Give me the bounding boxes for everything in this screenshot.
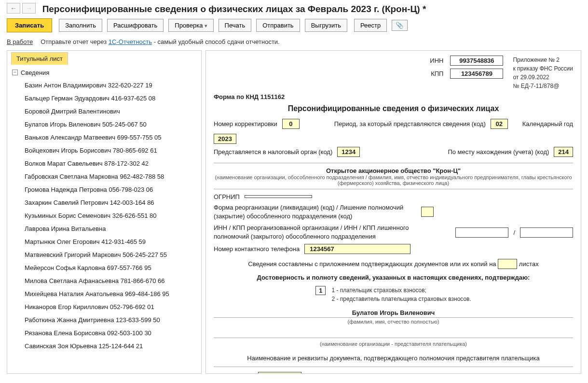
doc-label: Наименование и реквизиты документа, подт… <box>214 355 573 362</box>
fill-button[interactable]: Заполнить <box>59 19 102 32</box>
print-button[interactable]: Печать <box>219 19 252 32</box>
person-item[interactable]: Мейерсон Софья Карловна 697-557-766 95 <box>10 261 198 274</box>
org-hint: (наименование организации, обособленного… <box>214 174 573 189</box>
person-item[interactable]: Милова Светлана Афанасьевна 781-866-670 … <box>10 274 198 287</box>
person-item[interactable]: Захаркин Савелий Петрович 142-003-164 86 <box>10 196 198 209</box>
tree-section-label: Сведения <box>21 69 49 76</box>
place-input[interactable]: 214 <box>554 147 573 157</box>
tax-org-label: Представляется в налоговый орган (код) <box>214 148 332 156</box>
form-code: Форма по КНД 1151162 <box>214 93 573 100</box>
tax-org-input[interactable]: 1234 <box>337 147 360 157</box>
collapse-icon: − <box>12 70 18 75</box>
form-area: ИНН9937548836 КПП123456789 Приложение № … <box>205 50 581 374</box>
signer-hint: (фамилия, имя, отчество полностью) <box>214 318 573 327</box>
place-label: По месту нахождения (учета) (код) <box>448 148 549 156</box>
status-link[interactable]: В работе <box>7 38 33 45</box>
registry-button[interactable]: Реестр <box>354 19 387 32</box>
export-button[interactable]: Выгрузить <box>305 19 347 32</box>
form-title: Персонифицированные сведения о физически… <box>214 104 573 113</box>
person-item[interactable]: Савинская Зоя Юрьевна 125-124-644 21 <box>10 340 198 353</box>
signer-legend: 1 - плательщик страховых взносов; 2 - пр… <box>331 286 471 303</box>
correction-input[interactable]: 0 <box>282 119 300 129</box>
sheets-input[interactable] <box>498 259 517 269</box>
reorg-inn-input[interactable] <box>455 227 508 238</box>
person-item[interactable]: Базин Антон Владимирович 322-620-227 19 <box>10 79 198 92</box>
confirm-text: Достоверность и полноту сведений, указан… <box>214 274 573 281</box>
paperclip-icon: 📎 <box>396 22 404 29</box>
appendix-info: Приложение № 2 к приказу ФНС России от 2… <box>513 56 573 90</box>
person-item[interactable]: Матвиевский Григорий Маркович 506-245-22… <box>10 248 198 261</box>
inn-value[interactable]: 9937548836 <box>450 56 503 66</box>
person-item[interactable]: Громова Надежда Петровна 056-798-023 06 <box>10 183 198 196</box>
sign-date-input[interactable]: 14.03.2023 <box>258 372 301 373</box>
person-item[interactable]: Лаврова Ирина Витальевна <box>10 222 198 235</box>
nav-back-button[interactable]: ← <box>7 3 20 14</box>
rep-org-hint: (наименование организации - представител… <box>214 340 573 350</box>
person-item[interactable]: Войцехович Игорь Борисович 780-865-692 6… <box>10 144 198 157</box>
reorg-code-input[interactable] <box>421 207 434 217</box>
person-item[interactable]: Боровой Дмитрий Валентинович <box>10 105 198 118</box>
ogrnip-label: ОГРНИП <box>214 193 240 200</box>
sidebar: Титульный лист − Сведения Базин Антон Вл… <box>7 50 202 374</box>
year-label: Календарный год <box>522 120 573 128</box>
page-title: Персонифицированные сведения о физически… <box>42 4 426 14</box>
reorg-kpp-input[interactable] <box>520 227 573 238</box>
person-item[interactable]: Бальцер Герман Эдуардович 416-937-625 08 <box>10 92 198 105</box>
person-item[interactable]: Габровская Светлана Марковна 962-482-788… <box>10 170 198 183</box>
person-item[interactable]: Никаноров Егор Кириллович 052-796-692 01 <box>10 300 198 313</box>
kpp-value[interactable]: 123456789 <box>450 69 503 79</box>
signer-name: Булатов Игорь Виленович <box>214 307 573 318</box>
year-input[interactable]: 2023 <box>214 134 236 144</box>
check-dropdown[interactable]: Проверка <box>168 19 213 32</box>
tab-title-page[interactable]: Титульный лист <box>11 52 68 65</box>
person-item[interactable]: Ваньков Александр Матвеевич 699-557-755 … <box>10 131 198 144</box>
attach-button[interactable]: 📎 <box>392 20 408 31</box>
person-item[interactable]: Мартынюк Олег Егорович 412-931-465 59 <box>10 235 198 248</box>
person-item[interactable]: Кузьминых Борис Семенович 326-626-551 80 <box>10 209 198 222</box>
sheets-post: листах <box>519 260 539 268</box>
person-item[interactable]: Булатов Игорь Виленович 505-245-067 50 <box>10 118 198 131</box>
inn-label: ИНН <box>430 57 443 64</box>
person-item[interactable]: Михейцева Наталия Анатольевна 969-484-18… <box>10 287 198 300</box>
nav-forward-button[interactable]: → <box>22 3 36 14</box>
kpp-label: КПП <box>431 70 443 77</box>
decrypt-button[interactable]: Расшифровать <box>107 19 164 32</box>
org-name: Открытое акционерное общество "Крон-Ц" <box>214 163 573 174</box>
person-item[interactable]: Волков Марат Савельевич 878-172-302 42 <box>10 157 198 170</box>
signer-code-input[interactable]: 1 <box>315 286 326 295</box>
ogrnip-input[interactable] <box>245 195 312 198</box>
reporting-link[interactable]: 1С-Отчетность <box>109 38 152 45</box>
phone-input[interactable]: 1234567 <box>304 244 410 254</box>
correction-label: Номер корректировки <box>214 120 277 128</box>
person-item[interactable]: Рязанова Елена Борисовна 092-503-100 30 <box>10 326 198 340</box>
send-button[interactable]: Отправить <box>256 19 300 32</box>
period-label: Период, за который представляются сведен… <box>334 120 486 128</box>
status-hint: Отправьте отчет через 1С-Отчетность - са… <box>41 38 280 45</box>
reorg-label: Форма реорганизации (ликвидация) (код) /… <box>214 203 416 221</box>
sheets-pre: Сведения составлены с приложением подтве… <box>248 260 496 268</box>
phone-label: Номер контактного телефона <box>214 245 300 253</box>
save-button[interactable]: Записать <box>7 18 52 32</box>
person-item[interactable]: Работкина Жанна Дмитриевна 123-633-599 5… <box>10 313 198 326</box>
period-input[interactable]: 02 <box>491 119 508 129</box>
rep-org-line <box>214 329 573 338</box>
reorg-innkpp-label: ИНН / КПП реорганизованной организации /… <box>214 224 416 241</box>
tree-section-toggle[interactable]: − Сведения <box>10 67 198 79</box>
